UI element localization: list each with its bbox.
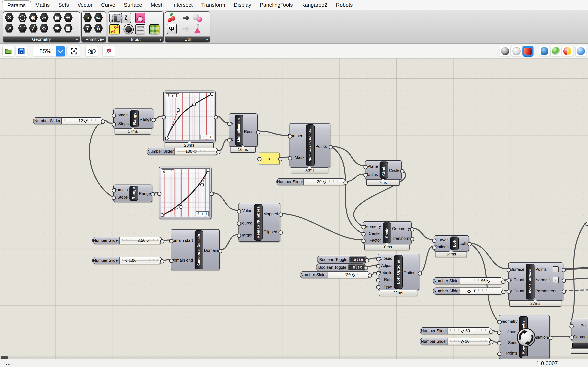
cherry-picker-icon[interactable] [167,13,177,23]
slider-handle[interactable]: ◇ [323,179,326,184]
display-blue-button[interactable] [539,46,550,57]
input-nub-geometry[interactable] [361,225,366,229]
output-nub-normals[interactable] [562,278,566,283]
group-expand-arrow-icon[interactable]: ▼ [206,38,209,42]
trigger-icon[interactable] [192,24,203,34]
slider-handle[interactable]: ◇ [467,289,471,294]
component-name-capsule[interactable]: Loft Options [394,255,403,289]
text-param-icon[interactable]: A [94,24,103,33]
input-nub-factor[interactable] [361,239,366,243]
line-param-icon[interactable]: ╱ [29,24,38,33]
slider-track[interactable]: 20◇ [328,272,369,278]
input-nub-domain-end[interactable] [169,259,173,263]
input-nub-plane[interactable] [363,165,368,169]
panel-z[interactable]: z [259,152,280,164]
component-name-capsule[interactable]: Circle [380,161,388,179]
number-slider-steps[interactable]: Number Slider12◇ [33,117,103,124]
input-nub-options[interactable] [432,245,437,250]
output-nub-options[interactable] [418,271,422,276]
menu-robots[interactable]: Robots [332,0,357,10]
open-file-button[interactable] [2,46,14,57]
slider-output-nub[interactable] [368,273,372,278]
boolean-param-icon[interactable]: ◑ [83,13,92,22]
display-redyellow-button[interactable] [562,46,573,57]
input-nub-center[interactable] [361,232,366,236]
slider-output-nub[interactable] [101,119,105,124]
slider-track[interactable]: 100◇ [174,148,218,155]
brep-param-icon[interactable]: ⬬ [53,24,62,33]
preview-off-button[interactable] [500,46,511,57]
component-name-capsule[interactable]: Construct Domain [195,230,203,269]
input-nub-adjust[interactable] [376,264,380,268]
relay-icon[interactable]: ➜ [181,24,191,34]
boolean-toggle-adjust[interactable]: Boolean ToggleFalse [316,263,366,271]
input-nub-point[interactable] [570,324,574,328]
value-knob-icon[interactable]: ζ [121,13,131,23]
slider-output-nub[interactable] [501,290,506,294]
expression-arrow-button[interactable]: ↓ [553,277,559,283]
slider-track[interactable]: 96◇ [460,278,503,284]
slider-handle[interactable]: ○ [125,258,128,263]
input-nub-surface[interactable] [507,268,511,272]
output-nub-range[interactable] [151,118,156,122]
tree-icon[interactable]: Ψ [167,24,177,34]
number-slider-radius[interactable]: Number Slider20◇ [277,178,346,185]
input-nub-a[interactable] [227,122,232,126]
menu-vector[interactable]: Vector [73,0,97,10]
slider-output-nub[interactable] [489,329,493,334]
input-nub-radius[interactable] [363,173,368,177]
menu-transform[interactable]: Transform [197,0,229,10]
spiral-param-icon[interactable]: ◉ [29,13,38,22]
zoom-extents-button[interactable] [68,46,80,57]
number-slider-v-count[interactable]: Number Slider◇10 [433,287,503,295]
output-nub-parameters[interactable] [562,290,566,294]
display-green-button[interactable] [550,46,562,57]
slider-track[interactable]: ◇10 [448,338,491,345]
menu-intersect[interactable]: Intersect [168,0,197,10]
point-param-icon[interactable]: ◇ [39,24,49,33]
slider-track[interactable]: 3.50○ [120,237,162,244]
expression-arrow-button[interactable]: ↓ [553,266,559,272]
group-expand-arrow-icon[interactable]: ▼ [159,38,162,42]
remap-numbers[interactable]: Remap NumbersValueSourceTargetMappedClip… [238,203,280,242]
input-nub-seed[interactable] [497,341,502,345]
input-nub-u-count[interactable] [507,278,511,283]
numbers-to-points[interactable]: Numbers to PointsNumbersMaskPoints [290,123,330,167]
input-nub-domain[interactable] [112,188,116,193]
panel-input-nub[interactable] [257,157,261,161]
menu-maths[interactable]: Maths [31,0,54,10]
input-nub-v-count[interactable] [507,290,511,294]
output-nub-transform[interactable] [410,237,414,241]
slider-track[interactable]: ○1.00 [120,257,162,264]
menu-curve[interactable]: Curve [97,0,120,10]
graph-mapper-2[interactable]: 0 : 10 : 1 [159,167,212,219]
component-name-capsule[interactable]: Multiplication [234,115,243,146]
circle[interactable]: CirclePlaneRadiusCircle [365,160,402,180]
graph-mapper-icon[interactable]: ∿∿ [109,24,120,34]
slider-handle[interactable]: ◇ [486,278,490,284]
input-nub-source[interactable] [237,222,241,226]
number-slider-domain-start[interactable]: Number Slider3.50○ [92,237,162,244]
number-slider-u-count[interactable]: Number Slider96◇ [433,277,503,284]
scrollbar-thumb-left[interactable] [1,356,8,359]
data-recorder-icon[interactable]: ➜ [181,13,191,23]
slider-handle[interactable]: ○ [146,238,149,243]
zoom-control[interactable]: 85% [33,46,67,57]
graph-plot[interactable]: 0 : 10 : 1 [161,168,210,217]
output-nub-geometry[interactable] [410,227,414,231]
graph-output-nub[interactable] [209,192,214,196]
sketch-tool-button[interactable] [103,46,115,57]
display-sphere-button[interactable] [575,46,586,57]
image-sampler-icon[interactable] [149,24,159,34]
menu-kangaroo2[interactable]: Kangaroo2 [297,0,332,10]
input-nub-rebuild[interactable] [376,271,380,275]
slider-track[interactable]: ◇50 [448,328,491,334]
menu-mesh[interactable]: Mesh [146,0,168,10]
menu-params[interactable]: Params [2,0,31,10]
graph-output-nub[interactable] [214,115,218,119]
slider-handle[interactable]: ◇ [461,339,464,344]
menu-sets[interactable]: Sets [54,0,73,10]
output-nub-mapped[interactable] [278,212,283,217]
input-nub-curves[interactable] [432,239,437,243]
input-nub-steps[interactable] [112,122,116,126]
